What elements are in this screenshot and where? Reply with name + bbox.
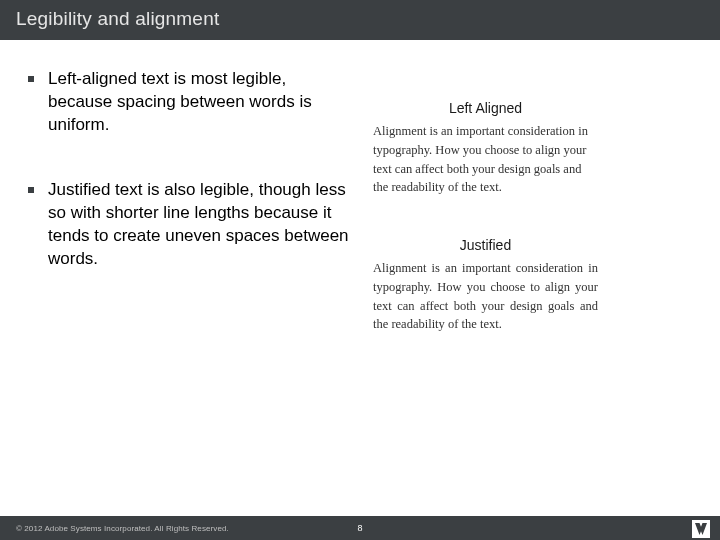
bullet-text: Justified text is also legible, though l… — [48, 179, 353, 271]
bullet-marker-icon — [28, 187, 34, 193]
bullet-text: Left-aligned text is most legible, becau… — [48, 68, 353, 137]
footer-bar: © 2012 Adobe Systems Incorporated. All R… — [0, 516, 720, 540]
copyright-text: © 2012 Adobe Systems Incorporated. All R… — [16, 524, 229, 533]
adobe-logo-icon — [692, 520, 710, 538]
example-justified: Justified Alignment is an important cons… — [373, 237, 598, 334]
example-left-aligned: Left Aligned Alignment is an important c… — [373, 100, 598, 197]
example-heading: Justified — [373, 237, 598, 253]
example-body-text: Alignment is an important consideration … — [373, 122, 598, 197]
slide-body: Left-aligned text is most legible, becau… — [0, 40, 720, 516]
examples-column: Left Aligned Alignment is an important c… — [365, 68, 702, 516]
slide: Legibility and alignment Left-aligned te… — [0, 0, 720, 540]
example-body-text: Alignment is an important consideration … — [373, 259, 598, 334]
bullet-item: Left-aligned text is most legible, becau… — [28, 68, 353, 137]
bullet-item: Justified text is also legible, though l… — [28, 179, 353, 271]
bullet-marker-icon — [28, 76, 34, 82]
page-number: 8 — [357, 523, 362, 533]
slide-title: Legibility and alignment — [0, 0, 720, 40]
bullet-list: Left-aligned text is most legible, becau… — [28, 68, 365, 516]
example-heading: Left Aligned — [373, 100, 598, 116]
